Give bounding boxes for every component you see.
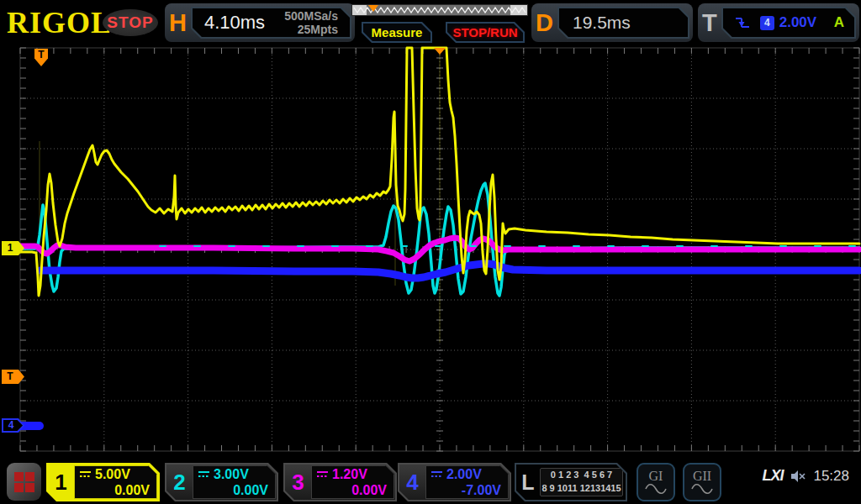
main-menu-button[interactable] <box>7 463 41 501</box>
channel-1-button[interactable]: 1 5.00V 0.00V <box>46 463 160 501</box>
ch1-marker-label: 1 <box>2 241 18 255</box>
trigger-source-badge: 4 <box>760 16 774 30</box>
generator-1-button[interactable]: GI <box>637 463 675 501</box>
ch4-marker-label: 4 <box>3 420 18 431</box>
dc-coupling-icon <box>430 470 443 478</box>
generator-2-label: GII <box>693 470 711 483</box>
channel-2-offset: 0.00V <box>198 482 268 498</box>
dc-coupling-icon <box>316 470 329 478</box>
run-state-badge[interactable]: STOP <box>103 9 158 36</box>
sample-rate: 500MSa/s <box>284 9 338 23</box>
horizontal-delay-marker[interactable] <box>434 48 446 55</box>
logic-analyzer-button[interactable]: L 0 1 2 3 4 5 6 78 9 1011 12131415 <box>515 463 627 501</box>
channel-2-scale: 3.00V <box>214 466 249 482</box>
timebase-value: 4.10ms <box>193 12 265 34</box>
channel-1-offset: 0.00V <box>79 482 150 498</box>
channel-2-button[interactable]: 2 3.00V 0.00V <box>165 463 278 501</box>
generator-1-label: GI <box>649 470 663 483</box>
digital-row-2: 8 9 1011 12131415 <box>541 483 621 493</box>
channel-4-button[interactable]: 4 2.00V -7.00V <box>398 463 511 501</box>
channel-3-scale: 1.20V <box>332 466 367 482</box>
memory-waveform-icon <box>352 5 527 15</box>
channel-1-scale: 5.00V <box>95 466 130 482</box>
channel-3-number: 3 <box>285 465 311 500</box>
trigger-level-label: T <box>2 370 18 383</box>
trigger-panel[interactable]: T 4 2.00V A <box>698 3 859 42</box>
clock: 15:28 <box>813 468 849 485</box>
status-area: LXI 15:28 <box>762 467 849 485</box>
measure-button-label: Measure <box>363 25 430 39</box>
channel-4-offset: -7.00V <box>430 482 501 498</box>
delay-value: 19.5ms <box>559 13 631 33</box>
muted-speaker-icon[interactable] <box>790 470 806 483</box>
delay-panel[interactable]: D 19.5ms <box>531 3 693 42</box>
channel-3-offset: 0.00V <box>316 482 387 498</box>
waveform-display[interactable] <box>0 0 861 504</box>
channel-4-number: 4 <box>399 465 425 500</box>
memory-depth: 25Mpts <box>298 23 338 36</box>
measure-button[interactable]: Measure <box>362 22 432 43</box>
digital-row-1: 0 1 2 3 4 5 6 7 <box>551 470 612 480</box>
trigger-sweep-mode: A <box>834 14 854 31</box>
channel-3-button[interactable]: 3 1.20V 0.00V <box>283 463 397 501</box>
trigger-level-value: 2.00V <box>779 14 816 31</box>
channel-4-scale: 2.00V <box>446 466 482 482</box>
logic-label: L <box>516 470 540 495</box>
channel-2-number: 2 <box>166 465 193 500</box>
trigger-label: T <box>698 9 721 37</box>
rigol-logo: RIGOL <box>7 5 112 40</box>
falling-edge-icon <box>733 15 752 30</box>
generator-2-button[interactable]: GII <box>683 463 721 501</box>
sine-icon <box>691 483 713 495</box>
menu-grid-icon <box>14 472 34 492</box>
memory-trigger-marker <box>368 5 378 12</box>
lxi-logo: LXI <box>762 467 783 485</box>
memory-position-bar[interactable] <box>351 4 528 16</box>
dc-coupling-icon <box>79 470 92 478</box>
stop-run-button-label: STOP/RUN <box>447 25 523 39</box>
horizontal-panel[interactable]: H 4.10ms 500MSa/s 25Mpts <box>165 3 355 42</box>
digital-channel-list: 0 1 2 3 4 5 6 78 9 1011 12131415 <box>540 468 623 496</box>
sine-icon <box>645 483 667 495</box>
delay-label: D <box>531 9 557 37</box>
dc-coupling-icon <box>198 470 210 478</box>
horizontal-label: H <box>165 9 191 37</box>
oscilloscope-screen: T 1 T 4 RIGOL STOP H 4.10ms 500MSa/s 25M… <box>0 0 861 504</box>
channel-1-number: 1 <box>48 465 74 500</box>
stop-run-button[interactable]: STOP/RUN <box>446 22 525 43</box>
